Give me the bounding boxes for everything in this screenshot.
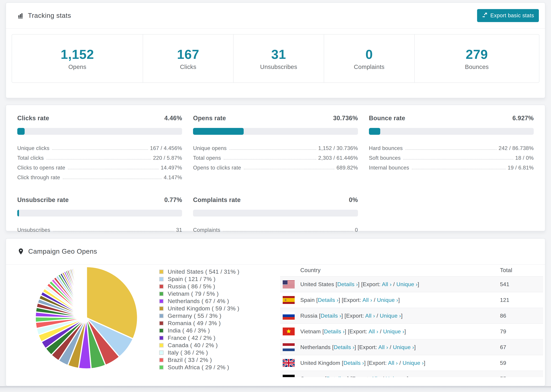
legend-swatch	[159, 350, 164, 355]
details-link[interactable]: Details ›	[337, 281, 358, 287]
details-link[interactable]: Details ›	[326, 376, 347, 377]
details-link[interactable]: Details ›	[321, 313, 341, 319]
geo-title-text: Campaign Geo Opens	[28, 248, 97, 255]
total-cell: 86	[500, 313, 506, 319]
export-all-link[interactable]: All ›	[378, 344, 388, 350]
legend-item[interactable]: Brazil ( 33 / 2% )	[159, 356, 239, 364]
total-column-header: Total	[500, 267, 512, 273]
legend-swatch	[159, 292, 164, 296]
legend-label: Canada ( 40 / 2% )	[168, 342, 218, 349]
legend-item[interactable]: France ( 42 / 2% )	[159, 334, 239, 342]
stat-opens-label: Opens	[68, 63, 86, 70]
details-link[interactable]: Details ›	[343, 360, 364, 366]
legend-item[interactable]: Canada ( 40 / 2% )	[159, 342, 239, 349]
rate-row-label: Soft bounces	[369, 155, 401, 161]
rate-row-value: 19 / 6.81%	[508, 165, 534, 171]
dotted-leader	[405, 149, 496, 150]
stat-opens-value: 1,152	[61, 47, 94, 62]
legend-swatch	[159, 321, 164, 325]
export-unique-link[interactable]: Unique ›	[386, 376, 407, 377]
complaints-rate-bar	[193, 210, 358, 217]
bar-chart-icon	[17, 12, 24, 19]
export-unique-link[interactable]: Unique ›	[396, 281, 417, 287]
tracking-stats-title-text: Tracking stats	[28, 12, 71, 19]
stat-complaints-value: 0	[366, 47, 373, 62]
legend-item[interactable]: Russia ( 86 / 5% )	[159, 283, 239, 290]
export-all-link[interactable]: All ›	[388, 360, 398, 366]
clicks-rate-panel: Clicks rate 4.46% Unique clicks167 / 4.4…	[17, 115, 182, 181]
dotted-leader	[223, 231, 353, 231]
legend-item[interactable]: Netherlands ( 67 / 4% )	[159, 297, 239, 305]
legend-item[interactable]: Romania ( 49 / 3% )	[159, 320, 239, 327]
page-bottom-band	[0, 386, 551, 392]
stat-bounces: 279 Bounces	[414, 35, 539, 83]
opens-rate-bar-fill	[193, 128, 244, 135]
legend-item[interactable]: South Africa ( 29 / 2% )	[159, 364, 239, 371]
country-cell: Germany [Details ›] [Export: All › / Uni…	[300, 376, 409, 377]
rate-row-value: 1,152 / 30.736%	[318, 145, 358, 151]
rate-row-value: 689.82%	[336, 165, 358, 171]
details-link[interactable]: Details ›	[318, 297, 339, 303]
legend-item[interactable]: India ( 46 / 3% )	[159, 327, 239, 334]
export-all-link[interactable]: All ›	[382, 281, 391, 287]
geo-pie-chart[interactable]	[34, 265, 139, 371]
country-cell: Spain [Details ›] [Export: All › / Uniqu…	[300, 297, 400, 303]
stat-unsubscribes-label: Unsubscribes	[260, 63, 297, 70]
unsubscribe-rate-title: Unsubscribe rate	[17, 196, 69, 203]
legend-label: Brazil ( 33 / 2% )	[168, 357, 212, 363]
export-basic-stats-button[interactable]: Export basic stats	[477, 9, 539, 22]
legend-label: France ( 42 / 2% )	[168, 335, 215, 341]
legend-swatch	[159, 336, 164, 340]
complaints-rate-title: Complaints rate	[193, 196, 240, 203]
export-unique-link[interactable]: Unique ›	[380, 313, 401, 319]
rate-row-value: 14.497%	[161, 165, 182, 171]
export-all-link[interactable]: All ›	[365, 313, 375, 319]
complaints-rate-value: 0%	[349, 196, 358, 203]
export-unique-link[interactable]: Unique ›	[393, 344, 414, 350]
rate-row-label: Click through rate	[17, 175, 60, 181]
rate-row-value: 0	[355, 227, 358, 233]
export-unique-link[interactable]: Unique ›	[383, 328, 404, 335]
legend-item[interactable]: Italy ( 36 / 2% )	[159, 349, 239, 356]
geo-table-row: United States [Details ›] [Export: All ›…	[280, 276, 543, 292]
bounce-rate-title: Bounce rate	[369, 115, 405, 122]
geo-title: Campaign Geo Opens	[17, 248, 97, 255]
opens-rate-value: 30.736%	[333, 115, 358, 122]
legend-item[interactable]: United Kingdom ( 59 / 3% )	[159, 305, 239, 312]
legend-item[interactable]: United States ( 541 / 31% )	[159, 268, 239, 275]
country-column-header: Country	[300, 267, 320, 273]
country-cell: United Kingdom [Details ›] [Export: All …	[300, 360, 425, 366]
legend-label: South Africa ( 29 / 2% )	[168, 364, 229, 371]
rate-row-value: 31	[176, 227, 182, 233]
geo-table-row: Germany [Details ›] [Export: All › / Uni…	[280, 371, 543, 377]
legend-label: United States ( 541 / 31% )	[168, 268, 239, 275]
total-cell: 541	[500, 281, 509, 287]
dotted-leader	[68, 169, 159, 169]
unsubscribe-rate-bar	[17, 210, 182, 217]
dotted-leader	[63, 179, 162, 179]
details-link[interactable]: Details ›	[334, 344, 354, 350]
stat-clicks-label: Clicks	[180, 63, 197, 70]
export-unique-link[interactable]: Unique ›	[403, 360, 424, 366]
rate-row-label: Total clicks	[17, 155, 44, 161]
legend-swatch	[159, 343, 164, 348]
legend-item[interactable]: Spain ( 121 / 7% )	[159, 275, 239, 283]
rate-row-label: Unique opens	[193, 145, 226, 151]
pie-slice-other-48[interactable]	[86, 267, 86, 318]
dotted-leader	[52, 149, 148, 150]
legend-item[interactable]: Germany ( 55 / 3% )	[159, 312, 239, 320]
campaign-geo-opens-card: Campaign Geo Opens United States ( 541 /…	[6, 238, 545, 386]
export-unique-link[interactable]: Unique ›	[377, 297, 398, 303]
legend-item[interactable]: Vietnam ( 79 / 5% )	[159, 290, 239, 297]
stat-unsubscribes: 31 Unsubscribes	[233, 35, 324, 83]
export-all-link[interactable]: All ›	[369, 328, 378, 335]
export-all-link[interactable]: All ›	[371, 376, 381, 377]
opens-rate-bar	[193, 128, 358, 135]
stat-opens: 1,152 Opens	[12, 35, 143, 83]
bounce-rate-panel: Bounce rate 6.927% Hard bounces242 / 86.…	[369, 115, 534, 181]
export-all-link[interactable]: All ›	[362, 297, 372, 303]
rate-row-label: Unique clicks	[17, 145, 49, 151]
rate-row-value: 2,303 / 61.446%	[318, 155, 358, 161]
details-link[interactable]: Details ›	[324, 328, 345, 335]
unsubscribe-rate-panel: Unsubscribe rate 0.77% Unsubscribes31	[17, 196, 182, 233]
